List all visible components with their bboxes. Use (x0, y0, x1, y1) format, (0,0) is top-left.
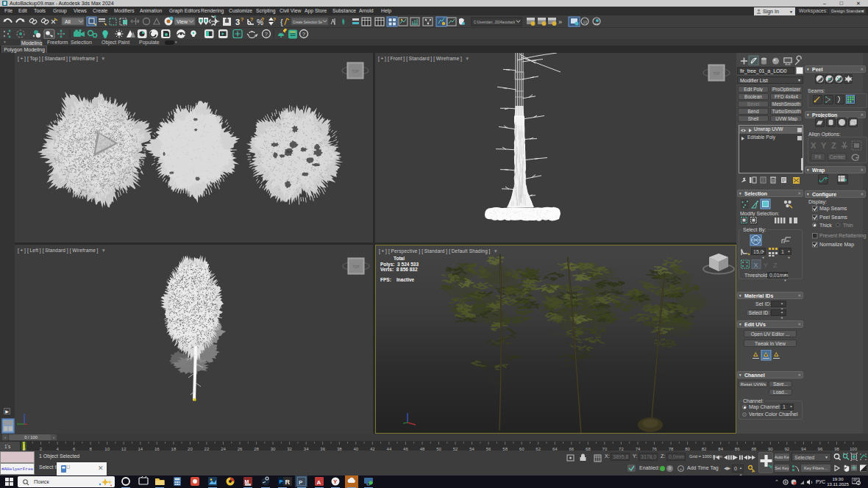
svg-text:TOP: TOP (352, 265, 359, 268)
svg-text:Y: Y (821, 141, 827, 150)
svg-text:X: X (754, 262, 758, 269)
svg-text:Z: Z (773, 262, 778, 269)
svg-text:?: ? (273, 17, 276, 22)
svg-text:?: ? (265, 31, 268, 37)
svg-text:View: View (177, 19, 188, 24)
svg-text:Z: Z (831, 141, 836, 150)
svg-text:TOP: TOP (713, 72, 719, 76)
svg-text:M: M (245, 479, 249, 484)
svg-text:A: A (317, 479, 321, 486)
svg-text:X: X (811, 141, 817, 150)
svg-text:Y: Y (333, 478, 338, 485)
svg-text:R: R (285, 478, 291, 486)
svg-text:»: » (558, 18, 562, 26)
svg-text:Y: Y (764, 262, 768, 269)
svg-text:TOP: TOP (352, 70, 358, 73)
svg-text:{: { (280, 18, 283, 26)
svg-text:10: 10 (583, 20, 588, 24)
svg-text:Create Selection Se: Create Selection Se (293, 19, 322, 24)
svg-text:C:\Users\dani...2024\autoback: C:\Users\dani...2024\autoback (474, 19, 516, 24)
svg-text:P: P (299, 479, 303, 486)
svg-text:?: ? (250, 17, 253, 22)
svg-text:?: ? (302, 31, 305, 37)
svg-text:?: ? (261, 17, 264, 22)
svg-text:?: ? (241, 17, 243, 22)
svg-text:All: All (65, 19, 71, 24)
svg-text:3: 3 (235, 18, 240, 26)
svg-text:1ʼs: 1ʼs (4, 444, 11, 449)
svg-text:2: 2 (858, 481, 860, 485)
